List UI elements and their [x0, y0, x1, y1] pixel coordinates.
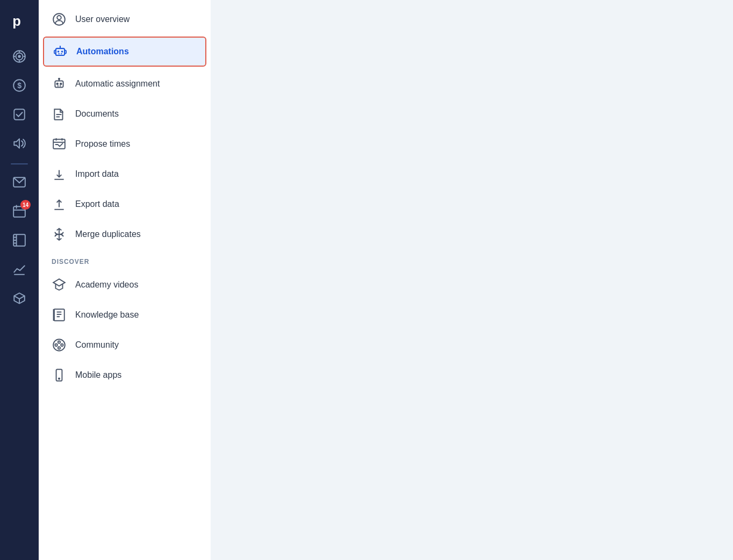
svg-point-3: [18, 55, 20, 58]
menu-item-export-data[interactable]: Export data: [39, 189, 211, 219]
menu-item-knowledge-base[interactable]: Knowledge base: [39, 300, 211, 330]
svg-point-36: [60, 83, 62, 85]
svg-point-35: [56, 83, 58, 85]
svg-point-63: [58, 347, 60, 349]
svg-rect-54: [54, 309, 64, 321]
menu-item-documents[interactable]: Documents: [39, 99, 211, 129]
menu-item-propose-times-label: Propose times: [75, 139, 130, 149]
menu-item-mobile-apps[interactable]: Mobile apps: [39, 360, 211, 390]
document-icon: [52, 106, 67, 121]
graduation-icon: [52, 277, 67, 292]
menu-item-knowledge-base-label: Knowledge base: [75, 310, 139, 320]
export-icon: [52, 197, 67, 212]
menu-item-propose-times[interactable]: Propose times: [39, 129, 211, 159]
propose-times-icon: [52, 137, 67, 152]
svg-point-62: [58, 341, 60, 343]
merge-icon: [52, 227, 67, 242]
chart-icon[interactable]: [6, 256, 33, 283]
svg-point-27: [61, 51, 63, 53]
svg-rect-30: [54, 51, 56, 54]
svg-rect-25: [56, 48, 64, 55]
calendar-badge: 14: [20, 200, 31, 210]
sidebar-divider: [11, 163, 28, 164]
menu-item-user-overview-label: User overview: [75, 15, 130, 24]
svg-rect-31: [64, 51, 66, 54]
svg-rect-10: [14, 109, 25, 120]
menu-item-automatic-assignment-label: Automatic assignment: [75, 79, 160, 89]
secondary-menu: User overview Automations: [39, 0, 211, 560]
menu-item-community[interactable]: Community: [39, 330, 211, 360]
svg-point-61: [61, 344, 63, 346]
svg-point-38: [59, 78, 60, 80]
menu-item-automations-label: Automations: [76, 47, 129, 56]
svg-point-26: [58, 51, 60, 53]
dollar-icon[interactable]: $: [6, 72, 33, 99]
import-icon: [52, 167, 67, 182]
svg-point-60: [55, 344, 57, 346]
menu-item-documents-label: Documents: [75, 109, 119, 119]
megaphone-icon[interactable]: [6, 130, 33, 157]
checkbox-icon[interactable]: [6, 101, 33, 128]
svg-point-65: [59, 378, 60, 379]
community-icon: [52, 338, 67, 353]
svg-point-29: [60, 46, 61, 47]
menu-item-automatic-assignment[interactable]: Automatic assignment: [39, 69, 211, 99]
menu-item-community-label: Community: [75, 340, 119, 350]
mobile-icon: [52, 368, 67, 383]
discover-section-label: DISCOVER: [39, 249, 211, 270]
app-logo[interactable]: p: [8, 9, 31, 32]
box-icon[interactable]: [6, 285, 33, 312]
menu-item-merge-duplicates[interactable]: Merge duplicates: [39, 219, 211, 249]
user-circle-icon: [52, 12, 67, 27]
knowledge-icon: [52, 307, 67, 322]
menu-item-academy-videos-label: Academy videos: [75, 280, 138, 290]
menu-item-export-data-label: Export data: [75, 199, 119, 209]
menu-item-import-data[interactable]: Import data: [39, 159, 211, 189]
contacts-icon[interactable]: [6, 227, 33, 254]
menu-item-mobile-apps-label: Mobile apps: [75, 370, 121, 380]
menu-item-merge-duplicates-label: Merge duplicates: [75, 229, 141, 239]
menu-item-academy-videos[interactable]: Academy videos: [39, 270, 211, 300]
main-content: [211, 0, 733, 560]
assignment-icon: [52, 76, 67, 91]
svg-rect-43: [53, 139, 65, 148]
main-sidebar: p $: [0, 0, 39, 560]
svg-text:$: $: [17, 81, 21, 90]
menu-item-automations[interactable]: Automations: [43, 37, 206, 67]
menu-item-user-overview[interactable]: User overview: [39, 4, 211, 34]
email-icon[interactable]: [6, 169, 33, 196]
svg-text:p: p: [12, 13, 21, 28]
svg-point-24: [57, 16, 61, 20]
robot-icon: [53, 44, 68, 59]
menu-item-import-data-label: Import data: [75, 169, 119, 179]
calendar-icon[interactable]: 14: [6, 198, 33, 225]
target-icon[interactable]: [6, 43, 33, 70]
svg-marker-53: [53, 279, 65, 286]
